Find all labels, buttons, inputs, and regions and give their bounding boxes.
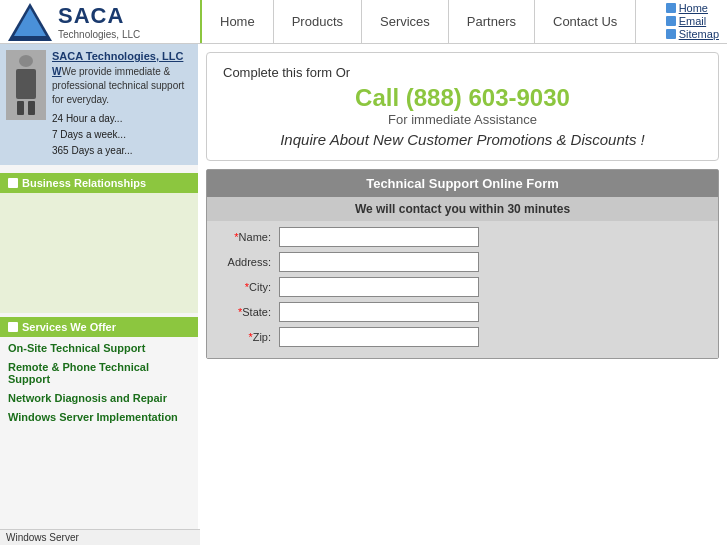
promo-phone[interactable]: Call (888) 603-9030 (223, 84, 702, 112)
person-figure (12, 55, 40, 115)
technical-support-form: Technical Support Online Form We will co… (206, 169, 719, 359)
logo-text: SACA Technologies, LLC (58, 3, 140, 40)
logo-name: SACA (58, 3, 140, 29)
state-row: *State: (219, 302, 706, 322)
left-sidebar: SACA Technologies, LLC WWe provide immed… (0, 44, 198, 545)
city-row: *City: (219, 277, 706, 297)
profile-name[interactable]: SACA Technologies, LLC (52, 50, 192, 62)
promo-box: Complete this form Or Call (888) 603-903… (206, 52, 719, 161)
services-header: Services We Offer (0, 317, 198, 337)
business-relationships-header: Business Relationships (0, 173, 198, 193)
right-links: Home Email Sitemap (666, 2, 719, 41)
city-label: *City: (219, 281, 279, 293)
nav-partners[interactable]: Partners (449, 0, 535, 43)
top-navigation: SACA Technologies, LLC Home Products Ser… (0, 0, 727, 44)
service-remote[interactable]: Remote & Phone Technical Support (0, 356, 198, 387)
business-icon (8, 178, 18, 188)
service-network[interactable]: Network Diagnosis and Repair (0, 387, 198, 406)
nav-contact[interactable]: Contact Us (535, 0, 636, 43)
email-link[interactable]: Email (666, 15, 719, 27)
home-icon (666, 3, 676, 13)
form-subtitle: We will contact you within 30 minutes (207, 197, 718, 221)
profile-description: WWe provide immediate & professional tec… (52, 65, 192, 107)
sitemap-link[interactable]: Sitemap (666, 28, 719, 40)
status-bar: Windows Server (0, 529, 200, 545)
home-link[interactable]: Home (666, 2, 719, 14)
form-title: Technical Support Online Form (207, 170, 718, 197)
logo-icon (8, 3, 52, 41)
main-content: Complete this form Or Call (888) 603-903… (198, 44, 727, 545)
state-label: *State: (219, 306, 279, 318)
address-input[interactable] (279, 252, 479, 272)
zip-label: *Zip: (219, 331, 279, 343)
city-input[interactable] (279, 277, 479, 297)
sitemap-icon (666, 29, 676, 39)
logo-subtitle: Technologies, LLC (58, 29, 140, 40)
service-onsite[interactable]: On-Site Technical Support (0, 337, 198, 356)
name-row: *Name: (219, 227, 706, 247)
service-windows[interactable]: Windows Server Implementation (0, 406, 198, 425)
nav-home[interactable]: Home (202, 0, 274, 43)
logo: SACA Technologies, LLC (8, 3, 140, 41)
profile-text: SACA Technologies, LLC WWe provide immed… (52, 50, 192, 159)
form-body: *Name: Address: *City: *State: *Zip: (207, 221, 718, 358)
address-label: Address: (219, 256, 279, 268)
promo-immediate: For immediate Assistance (223, 112, 702, 127)
address-row: Address: (219, 252, 706, 272)
zip-row: *Zip: (219, 327, 706, 347)
promo-inquire: Inquire About New Customer Promotions & … (223, 131, 702, 148)
profile-hours: 24 Hour a day... 7 Days a week... 365 Da… (52, 111, 192, 159)
nav-products[interactable]: Products (274, 0, 362, 43)
status-text: Windows Server (6, 532, 79, 543)
email-icon (666, 16, 676, 26)
profile-box: SACA Technologies, LLC WWe provide immed… (0, 44, 198, 165)
zip-input[interactable] (279, 327, 479, 347)
profile-image (6, 50, 46, 120)
business-relationships-content (0, 193, 198, 313)
state-input[interactable] (279, 302, 479, 322)
name-input[interactable] (279, 227, 479, 247)
nav-services[interactable]: Services (362, 0, 449, 43)
main-layout: SACA Technologies, LLC WWe provide immed… (0, 44, 727, 545)
nav-links: Home Products Services Partners Contact … (200, 0, 727, 43)
name-label: *Name: (219, 231, 279, 243)
services-icon (8, 322, 18, 332)
promo-complete-text: Complete this form Or (223, 65, 702, 80)
logo-area: SACA Technologies, LLC (0, 0, 200, 43)
